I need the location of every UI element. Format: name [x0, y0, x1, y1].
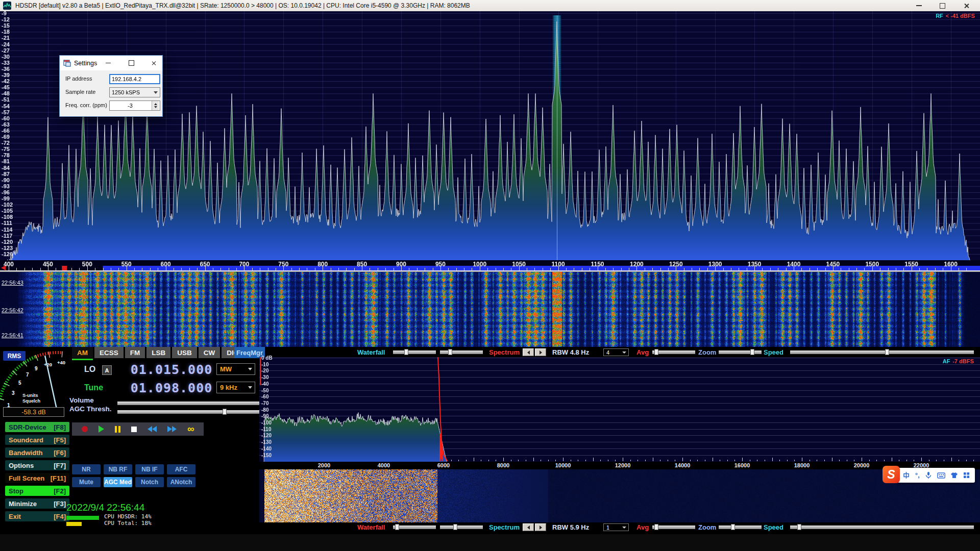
top-bar-waterfall-slider-2[interactable]: [440, 350, 483, 354]
play-button[interactable]: [99, 425, 104, 433]
sogou-toolbar[interactable]: °,: [897, 468, 975, 483]
window-maximize-button[interactable]: [931, 0, 954, 11]
top-bar-avg-slider[interactable]: [652, 350, 695, 354]
pause-button[interactable]: [115, 426, 120, 433]
button-options[interactable]: Options[F7]: [5, 460, 69, 470]
step-select[interactable]: 9 kHz: [216, 382, 255, 393]
waterfall-time-label: 22:56:41: [2, 332, 23, 338]
rf-y-tick-label: -111: [2, 220, 17, 226]
dsp-button-anotch[interactable]: ANotch: [167, 477, 195, 487]
top-bar-zoom-slider[interactable]: [719, 350, 762, 354]
window-minimize-button[interactable]: [908, 0, 930, 11]
top-bar-speed-slider-handle[interactable]: [885, 349, 889, 355]
mode-button-usb[interactable]: USB: [172, 347, 197, 358]
button-soundcard[interactable]: Soundcard[F5]: [5, 435, 69, 445]
dsp-button-nb-if[interactable]: NB IF: [135, 464, 164, 474]
dsp-button-nb-rf[interactable]: NB RF: [104, 464, 132, 474]
lo-frequency-display[interactable]: 01.015.000: [128, 361, 215, 378]
stop-playback-button[interactable]: [131, 427, 137, 432]
bottom-bar-waterfall-slider-1[interactable]: [393, 525, 436, 529]
dsp-button-notch[interactable]: Notch: [135, 477, 164, 487]
top-bar-avg-slider-handle[interactable]: [654, 349, 658, 355]
toolbox-icon[interactable]: [963, 472, 970, 479]
loop-button[interactable]: ∞: [187, 425, 194, 433]
rf-x-tick-label: 1500: [864, 261, 881, 268]
sample-rate-label: Sample rate: [65, 89, 95, 95]
keyboard-icon[interactable]: [937, 472, 945, 479]
af-spectrum-display[interactable]: [259, 357, 980, 462]
dialog-maximize-button[interactable]: [121, 56, 141, 70]
button-full-screen[interactable]: Full Screen[F11]: [5, 473, 69, 483]
rf-waterfall-display[interactable]: [0, 272, 980, 347]
record-button[interactable]: [82, 426, 88, 432]
punctuation-icon[interactable]: °,: [915, 471, 920, 479]
bottom-bar-avg-count-select[interactable]: 1: [603, 523, 629, 531]
button-minimize[interactable]: Minimize[F3]: [5, 498, 69, 509]
smeter-caption-1: S-units: [22, 393, 38, 398]
spinner-buttons[interactable]: [152, 101, 159, 110]
button-exit[interactable]: Exit[F4]: [5, 511, 69, 521]
bottom-bar-waterfall-slider-2-handle[interactable]: [453, 524, 457, 530]
dsp-button-agc-med[interactable]: AGC Med: [104, 477, 132, 487]
chevron-down-icon: [154, 91, 158, 96]
bottom-bar-zoom-slider[interactable]: [719, 525, 762, 529]
mode-button-fm[interactable]: FM: [125, 347, 145, 358]
dsp-button-mute[interactable]: Mute: [72, 477, 101, 487]
rf-y-tick-label: -57: [2, 109, 17, 115]
bottom-bar-speed-slider-handle[interactable]: [797, 524, 801, 530]
top-bar-waterfall-slider-2-handle[interactable]: [448, 349, 452, 355]
mode-button-am[interactable]: AM: [72, 347, 93, 358]
bottom-bar-scroll-right-button[interactable]: [535, 523, 546, 531]
bottom-bar-avg-slider[interactable]: [652, 525, 695, 529]
rf-x-tick-label: 700: [235, 261, 253, 268]
bottom-bar-waterfall-slider-1-handle[interactable]: [395, 524, 399, 530]
top-bar-waterfall-slider-1[interactable]: [393, 350, 436, 354]
dialog-close-button[interactable]: [143, 56, 164, 70]
microphone-icon[interactable]: [925, 471, 932, 479]
dsp-button-nr[interactable]: NR: [72, 464, 101, 474]
dsp-button-afc[interactable]: AFC: [167, 464, 195, 474]
mode-button-lsb[interactable]: LSB: [146, 347, 170, 358]
rf-spectrum-display[interactable]: [0, 11, 980, 260]
mode-button-cw[interactable]: CW: [199, 347, 220, 358]
button-sdr-device[interactable]: SDR-Device[F8]: [5, 422, 69, 432]
band-select[interactable]: MW: [216, 363, 255, 375]
af-waterfall-display[interactable]: [259, 469, 980, 522]
top-bar-speed-slider[interactable]: [790, 350, 974, 354]
settings-dialog-titlebar[interactable]: Settings: [60, 56, 162, 70]
rf-x-tick-label: 950: [432, 261, 449, 268]
volume-label: Volume: [69, 396, 94, 404]
agc-threshold-slider-handle[interactable]: [223, 409, 227, 415]
freq-correction-spinner[interactable]: -3: [109, 101, 160, 111]
rf-y-tick-label: -54: [2, 103, 17, 109]
rewind-button[interactable]: [148, 426, 157, 432]
titlebar[interactable]: HDSDR [default] v2.80 a Beta5 | ExtIO_Re…: [0, 0, 980, 11]
chevron-down-icon: [248, 368, 252, 372]
button-stop[interactable]: Stop[F2]: [5, 486, 69, 496]
skin-icon[interactable]: [950, 472, 958, 479]
ip-address-field[interactable]: [109, 74, 160, 84]
dialog-minimize-button[interactable]: [98, 56, 118, 70]
bottom-bar-avg-slider-handle[interactable]: [654, 524, 658, 530]
freqmgr-button[interactable]: FreqMgr: [234, 347, 265, 358]
top-bar-scroll-right-button[interactable]: [535, 348, 546, 356]
button-bandwidth[interactable]: Bandwidth[F6]: [5, 447, 69, 458]
bottom-bar-scroll-left-button[interactable]: [523, 523, 534, 531]
window-close-button[interactable]: [955, 0, 978, 11]
spin-down-icon: [154, 106, 157, 110]
top-bar-avg-count-select[interactable]: 4: [603, 348, 629, 356]
lo-ab-toggle[interactable]: A: [102, 365, 112, 375]
chinese-mode-icon[interactable]: [902, 471, 910, 479]
rf-y-tick-label: -78: [2, 152, 17, 158]
sample-rate-select[interactable]: 1250 kSPS: [109, 87, 160, 97]
mode-button-ecss[interactable]: ECSS: [94, 347, 124, 358]
fast-forward-button[interactable]: [167, 426, 177, 432]
bottom-bar-zoom-slider-handle[interactable]: [731, 524, 735, 530]
top-bar-scroll-left-button[interactable]: [523, 348, 534, 356]
tune-frequency-display[interactable]: 01.098.000: [128, 380, 215, 396]
bottom-bar-waterfall-slider-2[interactable]: [440, 525, 483, 529]
top-bar-zoom-slider-handle[interactable]: [750, 349, 754, 355]
bottom-bar-speed-slider[interactable]: [790, 525, 974, 529]
sogou-logo-icon[interactable]: S: [883, 466, 900, 483]
top-bar-waterfall-slider-1-handle[interactable]: [404, 349, 408, 355]
